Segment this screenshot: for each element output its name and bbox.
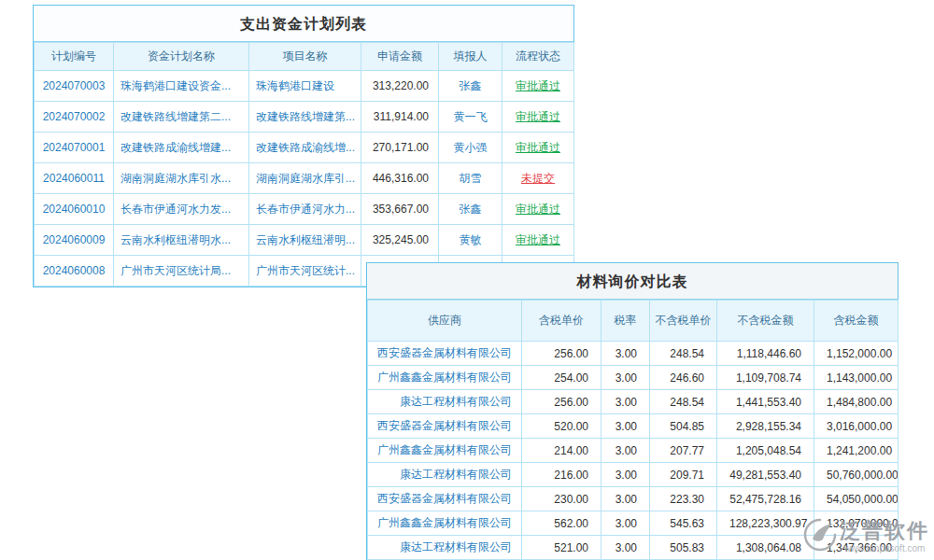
column-header-filler: 填报人 bbox=[439, 43, 502, 71]
supplier-link[interactable]: 西安盛器金属材料有限公司 bbox=[377, 346, 512, 359]
filler-link[interactable]: 张鑫 bbox=[460, 203, 482, 216]
plan-grid: 计划编号 资金计划名称 项目名称 申请金额 填报人 流程状态 202407000… bbox=[34, 42, 574, 287]
plan-header-row: 计划编号 资金计划名称 项目名称 申请金额 填报人 流程状态 bbox=[35, 43, 574, 71]
net-price-value: 223.30 bbox=[650, 487, 717, 511]
table-row: 2024070003 珠海鹤港口建设资金... 珠海鹤港口建设 313,220.… bbox=[35, 71, 574, 102]
table-row: 2024060011 湖南洞庭湖水库引水... 湖南洞庭湖水库引... 446,… bbox=[35, 163, 574, 194]
supplier-link[interactable]: 康达工程材料有限公司 bbox=[400, 395, 512, 408]
project-name-link[interactable]: 长春市伊通河水力... bbox=[256, 203, 355, 216]
net-price-value: 248.54 bbox=[650, 342, 717, 366]
project-name-link[interactable]: 改建铁路线增建第... bbox=[256, 110, 355, 123]
expenditure-plan-table: 支出资金计划列表 计划编号 资金计划名称 项目名称 申请金额 填报人 流程状态 bbox=[33, 5, 574, 287]
fund-plan-name-link[interactable]: 改建铁路线增建第二... bbox=[120, 110, 231, 123]
filler-link[interactable]: 黄敏 bbox=[460, 233, 482, 246]
filler-link[interactable]: 黄一飞 bbox=[454, 110, 488, 123]
filler-link[interactable]: 张鑫 bbox=[460, 79, 482, 92]
supplier-link[interactable]: 广州鑫鑫金属材料有限公司 bbox=[377, 443, 512, 456]
material-inquiry-table: 材料询价对比表 供应商 含税单价 税率 不含税单价 不含税金额 含税金额 bbox=[366, 262, 899, 560]
status-badge[interactable]: 审批通过 bbox=[516, 141, 560, 154]
net-amount-value: 1,441,553.40 bbox=[717, 390, 814, 414]
apply-amount-value: 446,316.00 bbox=[361, 163, 439, 194]
tax-price-value: 562.00 bbox=[522, 511, 601, 536]
plan-id-link[interactable]: 2024060011 bbox=[43, 172, 105, 185]
net-amount-value: 1,205,048.54 bbox=[717, 439, 814, 463]
tax-price-value: 256.00 bbox=[522, 342, 601, 366]
project-name-link[interactable]: 改建铁路成渝线增... bbox=[256, 141, 355, 154]
tax-price-value: 216.00 bbox=[522, 463, 601, 487]
column-header-net-price: 不含税单价 bbox=[650, 301, 717, 342]
column-header-tax-amount: 含税金额 bbox=[814, 301, 899, 342]
table-row: 西安盛器金属材料有限公司 230.00 3.00 223.30 52,475,7… bbox=[368, 487, 899, 511]
tax-rate-value: 3.00 bbox=[601, 366, 650, 390]
apply-amount-value: 270,171.00 bbox=[361, 133, 439, 163]
project-name-link[interactable]: 湖南洞庭湖水库引... bbox=[256, 172, 355, 185]
column-header-fund-plan-name: 资金计划名称 bbox=[114, 43, 249, 71]
fund-plan-name-link[interactable]: 珠海鹤港口建设资金... bbox=[120, 79, 231, 92]
column-header-net-amount: 不含税金额 bbox=[717, 301, 814, 342]
tax-amount-value: 1,484,800.00 bbox=[814, 390, 899, 414]
net-price-value: 504.85 bbox=[650, 414, 717, 439]
tax-price-value: 256.00 bbox=[522, 390, 601, 414]
net-price-value: 505.83 bbox=[650, 536, 717, 560]
net-price-value: 209.71 bbox=[650, 463, 717, 487]
fund-plan-name-link[interactable]: 长春市伊通河水力发... bbox=[120, 203, 231, 216]
tax-amount-value: 1,143,000.00 bbox=[814, 366, 899, 390]
table-row: 2024060010 长春市伊通河水力发... 长春市伊通河水力... 353,… bbox=[35, 194, 574, 225]
filler-link[interactable]: 胡雪 bbox=[460, 172, 482, 185]
watermark: 泛普软件 www.fanpusoft.com bbox=[803, 518, 929, 555]
tax-price-value: 230.00 bbox=[522, 487, 601, 511]
supplier-link[interactable]: 康达工程材料有限公司 bbox=[400, 468, 512, 481]
table-row: 2024070001 改建铁路成渝线增建... 改建铁路成渝线增... 270,… bbox=[35, 133, 574, 163]
plan-id-link[interactable]: 2024070002 bbox=[43, 110, 106, 123]
tax-amount-value: 1,241,200.00 bbox=[814, 439, 899, 463]
net-amount-value: 1,118,446.60 bbox=[717, 342, 814, 366]
project-name-link[interactable]: 珠海鹤港口建设 bbox=[256, 79, 334, 92]
column-header-project-name: 项目名称 bbox=[249, 43, 361, 71]
tax-price-value: 214.00 bbox=[522, 439, 601, 463]
status-badge[interactable]: 审批通过 bbox=[516, 203, 560, 216]
net-amount-value: 52,475,728.16 bbox=[717, 487, 814, 511]
tax-amount-value: 54,050,000.00 bbox=[814, 487, 899, 511]
tax-price-value: 521.00 bbox=[522, 536, 601, 560]
supplier-link[interactable]: 广州鑫鑫金属材料有限公司 bbox=[377, 371, 512, 384]
tax-price-value: 520.00 bbox=[522, 414, 601, 439]
net-amount-value: 2,928,155.34 bbox=[717, 414, 814, 439]
fund-plan-name-link[interactable]: 改建铁路成渝线增建... bbox=[120, 141, 231, 154]
material-table-title: 材料询价对比表 bbox=[367, 263, 898, 300]
fund-plan-name-link[interactable]: 广州市天河区统计局... bbox=[120, 264, 231, 277]
status-badge[interactable]: 审批通过 bbox=[516, 233, 560, 246]
tax-amount-value: 3,016,000.00 bbox=[814, 414, 899, 439]
net-amount-value: 128,223,300.97 bbox=[717, 511, 814, 536]
page: 支出资金计划列表 计划编号 资金计划名称 项目名称 申请金额 填报人 流程状态 bbox=[0, 0, 934, 560]
net-price-value: 207.77 bbox=[650, 439, 717, 463]
fund-plan-name-link[interactable]: 云南水利枢纽潜明水... bbox=[120, 233, 231, 246]
supplier-link[interactable]: 西安盛器金属材料有限公司 bbox=[377, 419, 512, 432]
plan-id-link[interactable]: 2024060010 bbox=[43, 203, 106, 216]
column-header-flow-status: 流程状态 bbox=[502, 43, 574, 71]
supplier-link[interactable]: 康达工程材料有限公司 bbox=[400, 540, 512, 553]
filler-link[interactable]: 黄小强 bbox=[454, 141, 488, 154]
plan-id-link[interactable]: 2024070001 bbox=[43, 141, 106, 154]
plan-id-link[interactable]: 2024060008 bbox=[43, 264, 106, 277]
column-header-apply-amount: 申请金额 bbox=[361, 43, 439, 71]
project-name-link[interactable]: 广州市天河区统计... bbox=[256, 264, 355, 277]
table-row: 西安盛器金属材料有限公司 256.00 3.00 248.54 1,118,44… bbox=[368, 342, 899, 366]
status-badge[interactable]: 未提交 bbox=[521, 172, 555, 185]
table-row: 广州鑫鑫金属材料有限公司 254.00 3.00 246.60 1,109,70… bbox=[368, 366, 899, 390]
fund-plan-name-link[interactable]: 湖南洞庭湖水库引水... bbox=[120, 172, 231, 185]
plan-id-link[interactable]: 2024070003 bbox=[43, 79, 106, 92]
net-amount-value: 1,308,064.08 bbox=[717, 536, 814, 560]
status-badge[interactable]: 审批通过 bbox=[516, 79, 560, 92]
status-badge[interactable]: 审批通过 bbox=[516, 110, 560, 123]
supplier-link[interactable]: 广州鑫鑫金属材料有限公司 bbox=[377, 516, 512, 529]
tax-rate-value: 3.00 bbox=[601, 511, 650, 536]
tax-amount-value: 50,760,000.00 bbox=[814, 463, 899, 487]
tax-rate-value: 3.00 bbox=[601, 414, 650, 439]
watermark-brand: 泛普软件 bbox=[840, 520, 929, 542]
table-row: 康达工程材料有限公司 216.00 3.00 209.71 49,281,553… bbox=[368, 463, 899, 487]
supplier-link[interactable]: 西安盛器金属材料有限公司 bbox=[377, 492, 512, 505]
watermark-url: www.fanpusoft.com bbox=[844, 543, 926, 553]
plan-id-link[interactable]: 2024060009 bbox=[43, 233, 106, 246]
project-name-link[interactable]: 云南水利枢纽潜明... bbox=[256, 233, 355, 246]
net-amount-value: 1,109,708.74 bbox=[717, 366, 814, 390]
